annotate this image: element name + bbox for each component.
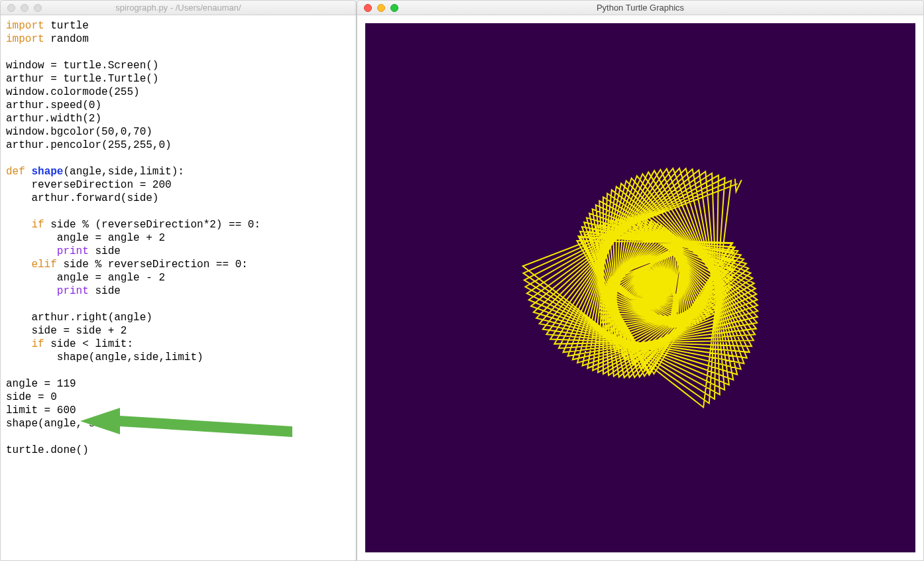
close-icon[interactable] <box>7 4 15 12</box>
zoom-icon[interactable] <box>34 4 42 12</box>
close-icon[interactable] <box>364 4 372 12</box>
editor-titlebar[interactable]: spirograph.py - /Users/enauman/ <box>1 1 356 15</box>
turtle-titlebar[interactable]: Python Turtle Graphics <box>357 1 923 15</box>
turtle-canvas <box>365 23 915 552</box>
zoom-icon[interactable] <box>390 4 398 12</box>
turtle-canvas-wrap <box>357 15 923 560</box>
code-editor-window: spirograph.py - /Users/enauman/ import t… <box>0 0 357 561</box>
turtle-title: Python Turtle Graphics <box>357 3 923 13</box>
turtle-traffic-lights <box>357 4 398 12</box>
code-editor-content[interactable]: import turtle import random window = tur… <box>1 15 356 560</box>
minimize-icon[interactable] <box>21 4 29 12</box>
editor-traffic-lights <box>1 4 42 12</box>
minimize-icon[interactable] <box>377 4 385 12</box>
turtle-graphics-window: Python Turtle Graphics <box>357 0 924 561</box>
editor-title: spirograph.py - /Users/enauman/ <box>1 3 356 13</box>
